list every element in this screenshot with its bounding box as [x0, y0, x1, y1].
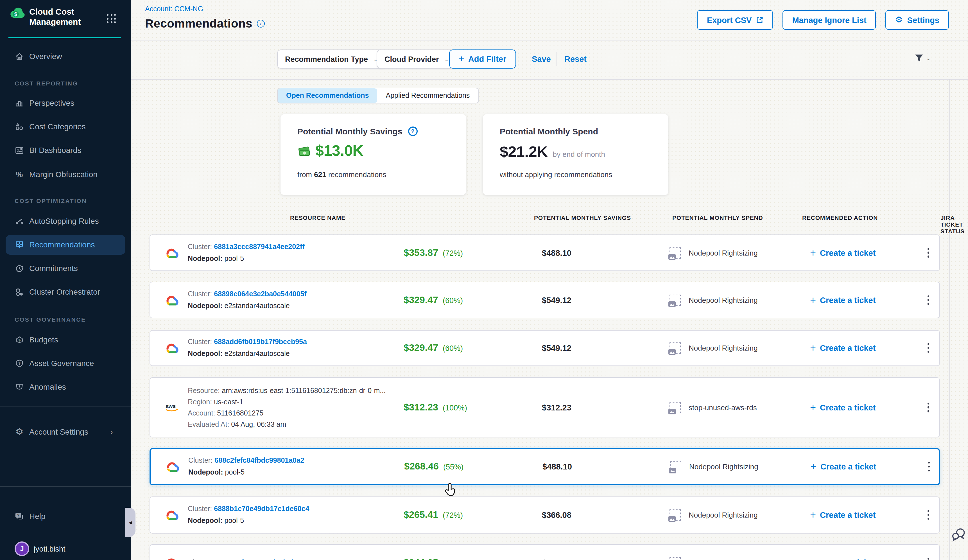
sidebar-item-commitments[interactable]: Commitments	[0, 261, 131, 275]
user-menu[interactable]: J jyoti.bisht	[0, 540, 131, 558]
sidebar-item-cluster-orchestrator[interactable]: Cluster Orchestrator	[0, 285, 131, 299]
row-menu-button[interactable]	[926, 460, 932, 474]
chevron-down-icon: ⌄	[926, 55, 931, 62]
tab-applied-recommendations[interactable]: Applied Recommendations	[378, 88, 478, 103]
gcp-icon	[165, 461, 181, 473]
create-ticket-link[interactable]: +Create a ticket	[810, 510, 875, 520]
savings-percent: (57%)	[443, 558, 463, 560]
save-filter-button[interactable]: Save	[532, 50, 551, 69]
info-icon[interactable]: i	[257, 20, 265, 28]
spend-amount: $366.08	[542, 510, 572, 520]
sidebar-item-account-settings[interactable]: ⚙ Account Settings ›	[0, 424, 131, 439]
sidebar-collapse-button[interactable]: ◀	[125, 508, 136, 537]
filter-panel-toggle[interactable]: ⌄	[915, 54, 931, 62]
create-ticket-link[interactable]: +Create a ticket	[810, 295, 875, 305]
table-row[interactable]: Cluster: 6888b1c70e49db17c1de60c4 Nodepo…	[149, 497, 940, 533]
create-ticket-link[interactable]: +Create a ticket	[811, 462, 876, 472]
help-chat-icon: ?	[15, 511, 24, 521]
username: jyoti.bisht	[34, 545, 65, 553]
savings-amount: $329.47	[404, 294, 438, 306]
evaluated-at-label: Evaluated At:	[188, 420, 229, 428]
plus-icon: +	[811, 462, 817, 472]
nodepool-label: Nodepool:	[188, 254, 223, 262]
row-menu-button[interactable]	[925, 293, 932, 307]
spend-amount: $549.12	[542, 343, 572, 353]
potential-monthly-spend-card: Potential Monthly Spend $21.2K by end of…	[483, 114, 668, 195]
savings-percent: (72%)	[443, 249, 463, 257]
sidebar-item-label: Recommendations	[29, 240, 95, 249]
reset-filter-button[interactable]: Reset	[564, 50, 587, 69]
sidebar-item-label: Margin Obfuscation	[29, 170, 98, 179]
svg-text:$: $	[18, 361, 20, 365]
tab-open-recommendations[interactable]: Open Recommendations	[278, 88, 378, 103]
sidebar-item-label: Account Settings	[29, 427, 88, 436]
rightsizing-icon	[670, 557, 681, 560]
sidebar-item-help[interactable]: ? Help	[0, 509, 131, 524]
cluster-id-link[interactable]: 68898c064e3e2ba0e544005f	[214, 290, 307, 298]
sidebar-item-cost-categories[interactable]: Cost Categories	[0, 119, 131, 134]
table-row[interactable]: Cluster: 6881a3ccc887941a4ee202ff Nodepo…	[149, 234, 940, 271]
sidebar-item-overview[interactable]: Overview	[0, 49, 131, 63]
sidebar-item-bi-dashboards[interactable]: BI Dashboards	[0, 143, 131, 157]
section-cost-reporting: COST REPORTING	[15, 80, 78, 86]
support-chat-icon[interactable]	[951, 527, 966, 545]
nodepool-value: pool-5	[225, 517, 244, 525]
table-row[interactable]: aws Resource: arn:aws:rds:us-east-1:5116…	[149, 377, 940, 437]
savings-percent: (72%)	[443, 511, 463, 520]
sidebar-item-margin-obfuscation[interactable]: % Margin Obfuscation	[0, 167, 131, 182]
cluster-id-link[interactable]: 6888b1c70e49db17c1de60c4	[214, 505, 309, 513]
recommendation-type-filter[interactable]: Recommendation Type ⌄	[277, 50, 386, 69]
sidebar-item-perspectives[interactable]: Perspectives	[0, 96, 131, 110]
plus-icon: +	[810, 248, 816, 258]
create-ticket-link[interactable]: +Create a ticket	[810, 557, 875, 560]
create-ticket-link[interactable]: +Create a ticket	[810, 343, 875, 353]
settings-button[interactable]: ⚙ Settings	[886, 10, 949, 30]
home-icon	[15, 51, 24, 61]
cluster-id-link[interactable]: 6886e92f59a48cad86b5b1c6	[214, 558, 307, 560]
col-recommended-action: RECOMMENDED ACTION	[802, 214, 878, 221]
budget-icon: $	[15, 335, 24, 345]
avatar: J	[15, 542, 29, 556]
table-row[interactable]: Cluster: 6886e92f59a48cad86b5b1c6 $244.0…	[149, 544, 940, 560]
chevron-down-icon: ⌄	[444, 55, 449, 63]
row-menu-button[interactable]	[925, 341, 932, 355]
row-menu-button[interactable]	[925, 555, 932, 560]
savings-percent: (60%)	[443, 296, 463, 305]
sidebar-item-label: Budgets	[29, 335, 58, 344]
create-ticket-link[interactable]: +Create a ticket	[810, 248, 875, 258]
page-title: Recommendations	[145, 17, 252, 30]
cluster-id-link[interactable]: 6881a3ccc887941a4ee202ff	[214, 243, 305, 250]
divider	[0, 486, 131, 487]
export-csv-button[interactable]: Export CSV	[697, 10, 773, 30]
cluster-id-link[interactable]: 688c2fefc84fbdc99801a0a2	[214, 457, 304, 464]
sidebar-item-budgets[interactable]: $ Budgets	[0, 332, 131, 347]
sidebar-item-autostopping-rules[interactable]: AutoStopping Rules	[0, 214, 131, 228]
spend-card-title: Potential Monthly Spend	[500, 126, 598, 136]
svg-text:$: $	[18, 338, 21, 342]
row-menu-button[interactable]	[925, 508, 932, 522]
breadcrumb-account-link[interactable]: Account: CCM-NG	[145, 5, 203, 13]
external-link-icon	[756, 16, 763, 23]
app-window: Account: CCM-NG Recommendations i Export…	[0, 0, 968, 560]
cloud-provider-filter[interactable]: Cloud Provider ⌄	[376, 50, 457, 69]
ccm-logo-icon: $	[10, 7, 26, 23]
sidebar-item-anomalies[interactable]: Anomalies	[0, 379, 131, 394]
manage-ignore-list-button[interactable]: Manage Ignore List	[782, 10, 876, 30]
table-row-selected[interactable]: Cluster: 688c2fefc84fbdc99801a0a2 Nodepo…	[149, 448, 940, 485]
nodepool-label: Nodepool:	[188, 517, 223, 525]
create-ticket-link[interactable]: +Create a ticket	[810, 402, 875, 413]
mouse-cursor	[443, 482, 456, 499]
help-circle-icon[interactable]: ?	[408, 126, 418, 136]
row-menu-button[interactable]	[925, 246, 932, 260]
table-row[interactable]: Cluster: 688add6fb019b17f9bccb95a Nodepo…	[149, 330, 940, 366]
module-grid-icon[interactable]	[107, 14, 116, 23]
app-title: Cloud Cost Management	[29, 7, 81, 27]
row-menu-button[interactable]	[925, 400, 932, 414]
add-filter-button[interactable]: + Add Filter	[449, 50, 516, 69]
table-row[interactable]: Cluster: 68898c064e3e2ba0e544005f Nodepo…	[149, 282, 940, 318]
cluster-id-link[interactable]: 688add6fb019b17f9bccb95a	[214, 338, 307, 346]
sidebar-item-recommendations[interactable]: Recommendations	[0, 237, 131, 252]
savings-amount: $312.23	[404, 402, 438, 413]
sidebar-item-asset-governance[interactable]: $ Asset Governance	[0, 356, 131, 371]
percent-icon: %	[15, 170, 24, 179]
